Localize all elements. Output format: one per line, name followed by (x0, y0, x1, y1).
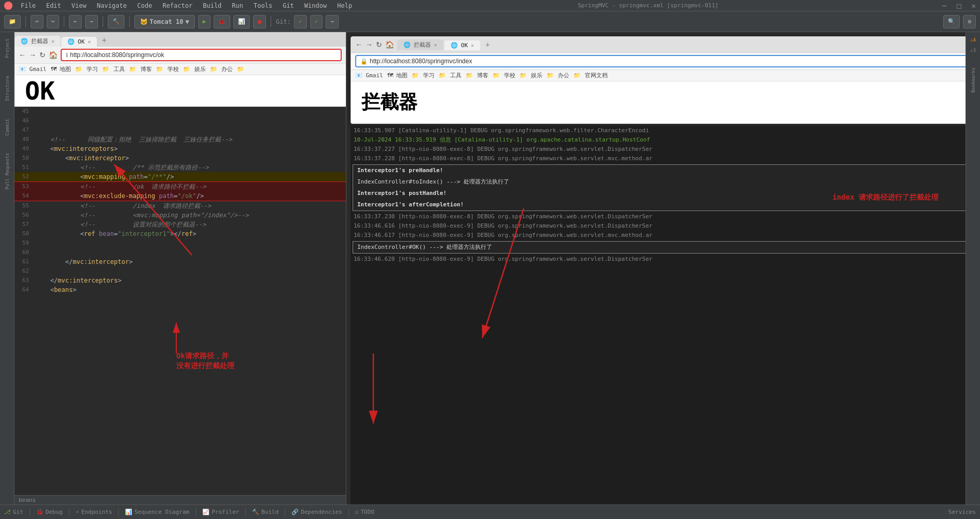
tomcat-button[interactable]: 🐱 Tomcat 10 ▼ (134, 15, 195, 29)
sidebar-project-icon[interactable]: Project (5, 36, 10, 60)
menu-view[interactable]: View (69, 2, 89, 9)
code-scroll-area[interactable]: 45 46 47 48 <!-- 同级配置：拒绝 三妹排除拦截 三妹任务拦截--… (15, 107, 346, 495)
left-tab-ok[interactable]: 🌐 OK ✕ (61, 37, 97, 47)
log-line-10: 16:33:46.616 [http-nio-8080-exec-9] DEBU… (351, 221, 976, 231)
left-new-tab-btn[interactable]: + (97, 34, 111, 47)
menu-refactor[interactable]: Refactor (160, 2, 194, 9)
bm-xuexiao[interactable]: 学校 (167, 65, 179, 73)
status-git[interactable]: ⎇ Git (4, 509, 23, 515)
debug-btn[interactable]: 🐞 (214, 15, 230, 29)
code-line-55: 55 <!-- /index 请求路径拦截--> (15, 201, 346, 211)
left-nav-refresh[interactable]: ↻ (39, 51, 46, 59)
right-lanjieqi-close[interactable]: ✕ (434, 42, 437, 48)
run-btn[interactable]: ▶ (198, 15, 211, 29)
bm-bangong[interactable]: 办公 (221, 65, 233, 73)
right-bm-guanwang[interactable]: 官网文档 (585, 72, 608, 79)
right-bm-boke[interactable]: 博客 (477, 72, 488, 79)
left-tab-lanjieqi[interactable]: 🌐 拦截器 ✕ (15, 36, 61, 47)
menu-window[interactable]: Window (302, 2, 329, 9)
stop-btn[interactable]: ■ (253, 15, 266, 29)
sidebar-pullrequests-icon[interactable]: Pull Requests (5, 151, 10, 191)
toolbar-project-btn[interactable]: 📁 (4, 15, 21, 29)
left-nav-back[interactable]: ← (19, 51, 26, 59)
sidebar-structure-icon[interactable]: Structure (5, 74, 10, 103)
bm-gongju[interactable]: 工具 (114, 65, 125, 73)
menu-build[interactable]: Build (201, 2, 223, 9)
bm-yule[interactable]: 娱乐 (194, 65, 206, 73)
warning-badge: ⚠4 (969, 36, 977, 44)
code-line-59: 59 (15, 239, 346, 248)
status-services[interactable]: Services (948, 509, 976, 515)
log-line-8: Interceptor1's afterCompletion! (353, 199, 973, 211)
build-icon: 🔨 (252, 509, 259, 515)
sidebar-commit-icon[interactable]: Commit (5, 117, 10, 138)
code-line-62: 62 (15, 266, 346, 276)
status-dependencies[interactable]: 🔗 Dependencies (291, 509, 342, 515)
left-nav-forward[interactable]: → (29, 51, 36, 59)
toolbar-sep-5 (271, 17, 271, 27)
code-line-56: 56 <!-- <mvc:mapping path="/index"/>--> (15, 211, 346, 220)
right-bm-yule[interactable]: 娱乐 (531, 72, 542, 79)
right-tab-lanjieqi[interactable]: 🌐 拦截器 ✕ (397, 39, 443, 50)
git-arrow-btn[interactable]: → (326, 15, 339, 29)
status-build[interactable]: 🔨 Build (252, 509, 278, 515)
ok-tab-close[interactable]: ✕ (88, 39, 91, 45)
back-btn[interactable]: ← (69, 15, 82, 29)
left-url-input[interactable] (70, 51, 337, 59)
menu-help[interactable]: Help (335, 2, 354, 9)
right-bm-xuexi[interactable]: 学习 (423, 72, 435, 79)
log-line-12: IndexController#OK() ---> 处理器方法执行了 (353, 242, 973, 253)
right-ok-icon: 🌐 (451, 42, 458, 49)
right-new-tab-btn[interactable]: + (481, 39, 494, 50)
git-checkmark-btn[interactable]: ✓ (294, 15, 307, 29)
menu-tools[interactable]: Tools (251, 2, 274, 9)
minimize-btn[interactable]: ─ (942, 2, 946, 10)
right-bm-bangong[interactable]: 办公 (558, 72, 569, 79)
undo-btn[interactable]: ↩ (31, 15, 44, 29)
status-endpoints[interactable]: ⚡ Endpoints (76, 509, 112, 515)
right-url-input[interactable] (370, 58, 966, 65)
bm-xuexi[interactable]: 学习 (87, 65, 98, 73)
bm-ditu[interactable]: 🗺 地图 (51, 65, 72, 73)
log-line-5: Interceptor1's preHandle! (353, 165, 973, 176)
status-profiler[interactable]: 📈 Profiler (202, 509, 239, 515)
right-bm-ditu[interactable]: 🗺 地图 (387, 72, 408, 79)
status-sequence[interactable]: 📊 Sequence Diagram (125, 509, 189, 515)
bm-gmail[interactable]: 📧 Gmail (19, 66, 47, 73)
right-bm-xuexiao[interactable]: 学校 (504, 72, 515, 79)
left-section: 🌐 拦截器 ✕ 🌐 OK ✕ + ← → ↻ 🏠 (15, 32, 346, 504)
menu-code[interactable]: Code (135, 2, 155, 9)
right-nav-forward[interactable]: → (366, 40, 373, 49)
bookmarks-icon[interactable]: Bookmarks (971, 67, 976, 93)
menu-navigate[interactable]: Navigate (95, 2, 129, 9)
search-everywhere-btn[interactable]: 🔍 (943, 15, 960, 29)
maximize-btn[interactable]: □ (957, 2, 961, 10)
status-debug[interactable]: 🐞 Debug (36, 509, 63, 515)
right-nav-refresh[interactable]: ↻ (376, 40, 382, 49)
right-nav-back[interactable]: ← (355, 40, 362, 49)
right-browser-content: 拦截器 (351, 81, 975, 123)
status-todo[interactable]: ☑ TODO (355, 509, 374, 515)
right-bm-gongju[interactable]: 工具 (450, 72, 461, 79)
settings-btn[interactable]: ⚙ (963, 15, 976, 29)
git-check2-btn[interactable]: ✓ (310, 15, 323, 29)
right-ok-close[interactable]: ✕ (471, 43, 474, 48)
log-area[interactable]: 16:33:35.907 [Catalina-utility-1] DEBUG … (351, 126, 976, 504)
menu-edit[interactable]: Edit (44, 2, 63, 9)
right-bm-gmail[interactable]: 📧 Gmail (355, 72, 383, 79)
build-btn[interactable]: 🔨 (108, 15, 124, 29)
close-btn[interactable]: ✕ (972, 2, 976, 10)
forward-btn[interactable]: → (85, 15, 98, 29)
left-nav-home[interactable]: 🏠 (49, 51, 58, 59)
menu-file[interactable]: File (19, 2, 38, 9)
right-nav-home[interactable]: 🏠 (385, 40, 394, 49)
right-tab-ok[interactable]: 🌐 OK ✕ (444, 40, 480, 50)
menu-run[interactable]: Run (230, 2, 245, 9)
coverage-btn[interactable]: 📊 (233, 15, 250, 29)
redo-btn[interactable]: ↪ (47, 15, 60, 29)
menu-git[interactable]: Git (281, 2, 296, 9)
ok-tab-icon: 🌐 (67, 38, 75, 45)
bm-boke[interactable]: 博客 (141, 65, 152, 73)
log-line-13: 16:33:46.620 [http-nio-8080-exec-9] DEBU… (351, 255, 976, 264)
lanjieqi-tab-close[interactable]: ✕ (51, 38, 54, 44)
